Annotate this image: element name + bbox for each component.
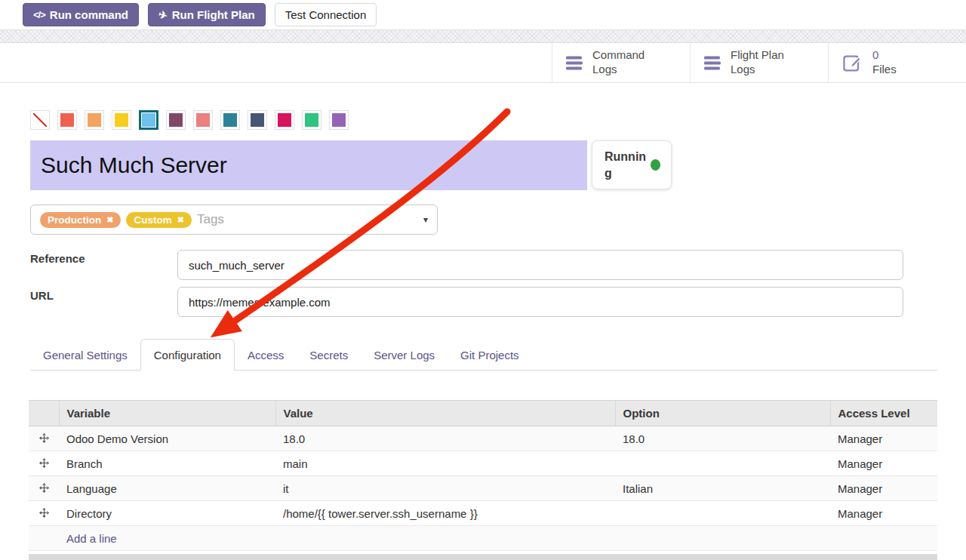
table-row[interactable]: Directory /home/{{ tower.server.ssh_user… xyxy=(29,501,937,526)
cell-variable[interactable]: Language xyxy=(59,476,275,501)
status-indicator: Running xyxy=(592,140,672,189)
run-flight-plan-label: Run Flight Plan xyxy=(172,8,255,21)
color-swatch[interactable] xyxy=(112,110,131,130)
cell-option[interactable] xyxy=(615,501,830,526)
tab-server-logs[interactable]: Server Logs xyxy=(361,341,448,370)
tab-general-settings[interactable]: General Settings xyxy=(30,341,140,370)
tag-production: Production ✖ xyxy=(40,212,121,228)
action-toolbar: </> Run command ✈ Run Flight Plan Test C… xyxy=(23,3,377,26)
tag-custom: Custom ✖ xyxy=(126,212,191,228)
reference-label: Reference xyxy=(30,252,85,265)
cell-value[interactable]: /home/{{ tower.server.ssh_username }} xyxy=(275,501,615,526)
files-count: 0 xyxy=(872,48,897,63)
cell-variable[interactable]: Odoo Demo Version xyxy=(59,426,275,451)
files-label: 0 Files xyxy=(872,48,897,77)
color-swatch[interactable] xyxy=(302,110,321,130)
command-logs-label: Command Logs xyxy=(592,48,645,77)
smart-buttons: Command Logs Flight Plan Logs xyxy=(552,43,966,82)
plane-icon: ✈ xyxy=(157,8,168,21)
color-swatch-selected[interactable] xyxy=(139,110,158,130)
cell-access-level[interactable]: Manager xyxy=(830,501,937,526)
tab-access[interactable]: Access xyxy=(235,341,297,370)
form-header-bar: Command Logs Flight Plan Logs xyxy=(0,43,966,83)
run-command-label: Run command xyxy=(50,8,128,21)
table-header-row: Variable Value Option Access Level xyxy=(29,401,937,426)
server-name-text: Such Much Server xyxy=(41,152,227,178)
handle-column-header xyxy=(29,401,59,426)
hatch-divider xyxy=(0,29,966,43)
cell-option[interactable]: Italian xyxy=(615,476,830,501)
tab-secrets[interactable]: Secrets xyxy=(297,341,361,370)
test-connection-button[interactable]: Test Connection xyxy=(275,3,377,26)
table-row[interactable]: Branch main Manager xyxy=(29,451,937,476)
status-label: Running xyxy=(605,149,647,181)
remove-tag-icon[interactable]: ✖ xyxy=(177,216,184,224)
cell-access-level[interactable]: Manager xyxy=(830,451,937,476)
drag-handle-icon[interactable] xyxy=(29,476,59,501)
drag-handle-icon[interactable] xyxy=(29,426,59,451)
table-row[interactable]: Language it Italian Manager xyxy=(29,476,937,501)
color-swatch[interactable] xyxy=(275,110,294,130)
flight-plan-logs-label: Flight Plan Logs xyxy=(731,48,784,77)
cell-option[interactable] xyxy=(615,451,830,476)
code-icon: </> xyxy=(33,9,45,20)
color-picker xyxy=(30,110,349,130)
tab-git-projects[interactable]: Git Projects xyxy=(448,341,532,370)
color-swatch-none[interactable] xyxy=(30,110,50,130)
files-button[interactable]: 0 Files xyxy=(828,43,966,82)
drag-handle-icon[interactable] xyxy=(29,501,59,526)
column-header-variable[interactable]: Variable xyxy=(59,401,275,426)
cell-variable[interactable]: Directory xyxy=(59,501,275,526)
cell-value[interactable]: 18.0 xyxy=(275,426,615,451)
cell-value[interactable]: it xyxy=(275,476,615,501)
column-header-value[interactable]: Value xyxy=(275,401,615,426)
run-command-button[interactable]: </> Run command xyxy=(23,3,139,26)
test-connection-label: Test Connection xyxy=(285,8,367,21)
status-dot xyxy=(651,159,660,171)
server-form-page: </> Run command ✈ Run Flight Plan Test C… xyxy=(0,0,966,560)
cell-option[interactable]: 18.0 xyxy=(615,426,830,451)
color-swatch[interactable] xyxy=(166,110,186,130)
server-name-field[interactable]: Such Much Server xyxy=(30,140,587,190)
color-swatch[interactable] xyxy=(248,110,267,130)
list-lines-icon xyxy=(566,56,583,70)
cell-access-level[interactable]: Manager xyxy=(830,426,937,451)
list-lines-icon xyxy=(704,56,721,70)
cell-value[interactable]: main xyxy=(275,451,615,476)
add-a-line-link[interactable]: Add a line xyxy=(66,532,117,545)
url-input[interactable]: https://memes.example.com xyxy=(177,287,903,317)
variables-table: Variable Value Option Access Level Odoo … xyxy=(29,400,937,551)
reference-input[interactable]: such_much_server xyxy=(177,250,903,280)
color-swatch[interactable] xyxy=(220,110,240,130)
command-logs-button[interactable]: Command Logs xyxy=(552,43,690,82)
next-section-edge xyxy=(29,554,937,560)
drag-handle-icon[interactable] xyxy=(29,451,59,476)
color-swatch[interactable] xyxy=(57,110,77,130)
cell-variable[interactable]: Branch xyxy=(59,451,275,476)
cell-access-level[interactable]: Manager xyxy=(830,476,937,501)
url-label: URL xyxy=(30,289,54,302)
remove-tag-icon[interactable]: ✖ xyxy=(106,216,113,224)
column-header-option[interactable]: Option xyxy=(615,401,830,426)
tags-placeholder: Tags xyxy=(197,212,224,227)
add-line-row: Add a line xyxy=(29,526,937,551)
notebook-tabs: General Settings Configuration Access Se… xyxy=(30,340,937,371)
tab-configuration[interactable]: Configuration xyxy=(140,339,235,371)
flight-plan-logs-button[interactable]: Flight Plan Logs xyxy=(690,43,828,82)
edit-pencil-square-icon xyxy=(842,53,863,73)
tags-field[interactable]: Production ✖ Custom ✖ Tags ▾ xyxy=(30,205,438,235)
run-flight-plan-button[interactable]: ✈ Run Flight Plan xyxy=(148,3,266,26)
color-swatch[interactable] xyxy=(193,110,213,130)
color-swatch[interactable] xyxy=(329,110,349,130)
table-row[interactable]: Odoo Demo Version 18.0 18.0 Manager xyxy=(29,426,937,451)
column-header-access-level[interactable]: Access Level xyxy=(830,401,937,426)
color-swatch[interactable] xyxy=(85,110,104,130)
dropdown-caret-icon[interactable]: ▾ xyxy=(423,214,428,225)
